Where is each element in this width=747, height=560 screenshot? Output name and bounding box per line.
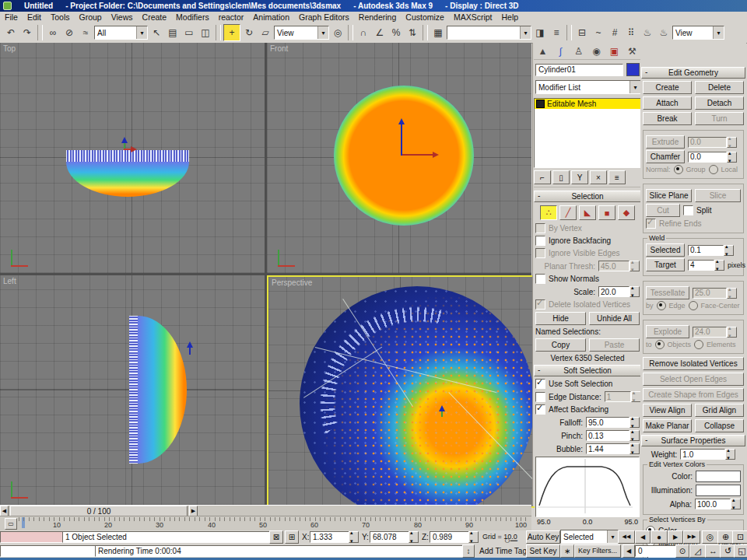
tessellate-button[interactable]: Tessellate <box>646 286 689 299</box>
y-coordinate-field[interactable]: 68.078 <box>370 531 412 543</box>
tab-modify-icon[interactable]: ∫ <box>553 44 568 58</box>
set-key-paw-icon[interactable]: ∗ <box>560 544 574 558</box>
next-frame-button[interactable]: ▶ <box>668 530 683 544</box>
planar-thresh-value[interactable]: 45.0 <box>598 261 630 271</box>
menu-item[interactable]: Animation <box>248 12 294 22</box>
object-color-swatch[interactable] <box>626 63 640 76</box>
pinch-spinner[interactable]: 0.13 <box>586 430 640 441</box>
edge-subobject-button[interactable]: ╱ <box>559 205 577 220</box>
slice-button[interactable]: Slice <box>695 189 741 202</box>
pin-stack-icon[interactable]: ⌐ <box>534 170 551 184</box>
delete-button[interactable]: Delete <box>695 81 744 94</box>
falloff-spinner[interactable]: 95.0 <box>586 417 640 428</box>
select-by-name-icon[interactable]: ▤ <box>165 25 181 40</box>
viewport-perspective-label[interactable]: Perspective <box>272 278 312 287</box>
alpha-value[interactable]: 100.0 <box>695 499 731 509</box>
weld-target-value[interactable]: 4 <box>688 260 714 271</box>
viewport-front-label[interactable]: Front <box>270 44 288 53</box>
spin-buttons[interactable] <box>724 245 734 256</box>
menu-item[interactable]: Help <box>497 12 524 22</box>
normal-local-radio[interactable] <box>709 165 718 174</box>
mesh-object-top-view[interactable] <box>66 150 189 197</box>
break-button[interactable]: Break <box>643 112 692 125</box>
auto-key-button[interactable]: Auto Key <box>526 530 560 544</box>
edit-named-selections-icon[interactable]: ▦ <box>430 25 446 40</box>
spin-buttons[interactable] <box>630 417 640 428</box>
play-button[interactable]: ● <box>651 530 668 544</box>
tab-hierarchy-icon[interactable]: ♙ <box>571 44 586 58</box>
bubble-spinner[interactable]: 1.44 <box>586 443 640 454</box>
viewport-left[interactable]: Left <box>0 275 265 505</box>
maximize-viewport-toggle-icon[interactable]: ◱ <box>734 544 747 558</box>
menu-item[interactable]: Modifiers <box>171 12 214 22</box>
weld-target-spinner[interactable]: 4 <box>688 260 724 271</box>
spin-buttons[interactable] <box>630 443 640 454</box>
detach-button[interactable]: Detach <box>695 96 744 110</box>
vertex-color-swatch[interactable] <box>696 471 741 482</box>
modifier-list-dropdown[interactable]: Modifier List <box>535 80 641 94</box>
add-time-tag-label[interactable]: Add Time Tag <box>479 547 527 555</box>
vertex-illumination-swatch[interactable] <box>696 485 741 496</box>
tab-display-icon[interactable]: ▣ <box>607 44 622 58</box>
modifier-stack[interactable]: Editable Mesh <box>534 98 641 168</box>
menu-item[interactable]: MAXScript <box>449 12 497 22</box>
absolute-offset-toggle-icon[interactable]: ⊞ <box>285 530 299 544</box>
open-mini-curve-editor-icon[interactable]: ▭ <box>5 518 17 530</box>
slice-plane-button[interactable]: Slice Plane <box>646 189 692 202</box>
weld-selected-button[interactable]: Selected <box>646 243 685 257</box>
affect-backfacing-checkbox[interactable] <box>535 404 545 415</box>
spin-buttons[interactable] <box>630 430 640 441</box>
select-and-scale-icon[interactable]: ▱ <box>258 25 273 40</box>
weld-target-button[interactable]: Target <box>646 258 685 271</box>
material-editor-icon[interactable]: ⠿ <box>623 25 639 40</box>
spinner-snap-icon[interactable]: ⇅ <box>405 25 420 40</box>
zoom-icon[interactable]: ◎ <box>702 530 718 544</box>
viewport-top[interactable]: Top <box>0 43 265 273</box>
redo-icon[interactable]: ↷ <box>19 25 35 40</box>
x-spin-buttons[interactable] <box>349 531 359 543</box>
extrude-spinner[interactable]: 0.0 <box>688 137 737 148</box>
alpha-spinner[interactable]: 100.0 <box>695 499 741 509</box>
face-subobject-button[interactable]: ◣ <box>579 205 596 220</box>
viewport-top-label[interactable]: Top <box>3 44 16 53</box>
by-vertex-checkbox[interactable] <box>535 223 545 233</box>
pan-icon[interactable]: ↔ <box>705 544 721 558</box>
explode-value[interactable]: 24.0 <box>693 327 727 338</box>
field-of-view-icon[interactable]: ◿ <box>689 544 706 558</box>
select-and-link-icon[interactable]: ∞ <box>45 25 61 40</box>
remove-modifier-icon[interactable]: × <box>590 170 607 184</box>
scale-spinner[interactable]: 20.0 <box>598 286 640 297</box>
rollout-selection-header[interactable]: - Selection <box>534 191 641 202</box>
hide-button[interactable]: Hide <box>535 312 586 325</box>
make-planar-button[interactable]: Make Planar <box>643 419 692 432</box>
weld-selected-value[interactable]: 0.1 <box>688 245 724 256</box>
copy-named-selection-button[interactable]: Copy <box>535 338 586 352</box>
menu-item[interactable]: Graph Editors <box>294 12 354 22</box>
menu-item[interactable]: Customize <box>401 12 449 22</box>
unhide-all-button[interactable]: Unhide All <box>589 312 640 325</box>
menu-item[interactable]: Create <box>138 12 172 22</box>
grid-align-button[interactable]: Grid Align <box>695 404 744 417</box>
tessellate-spinner[interactable]: 25.0 <box>693 288 737 299</box>
explode-spinner[interactable]: 24.0 <box>693 327 737 338</box>
spin-buttons[interactable] <box>630 286 640 297</box>
undo-icon[interactable]: ↶ <box>3 25 19 40</box>
falloff-value[interactable]: 95.0 <box>586 417 630 428</box>
spin-buttons[interactable] <box>727 152 737 163</box>
tessellate-face-center-radio[interactable] <box>689 301 698 310</box>
title-bar[interactable]: Untitled - Project Folder: C:\Documents … <box>0 0 747 12</box>
selection-set-dropdown[interactable]: Selected <box>560 530 619 544</box>
edge-distance-checkbox[interactable] <box>535 392 545 402</box>
spin-buttons[interactable] <box>727 288 737 299</box>
vertex-subobject-button[interactable]: ∴ <box>540 205 557 220</box>
menu-item[interactable]: Views <box>107 12 138 22</box>
selection-lock-icon[interactable]: ⊠ <box>269 530 283 544</box>
tab-create-icon[interactable]: ▲ <box>535 44 550 58</box>
named-selection-dropdown[interactable] <box>447 26 531 40</box>
tessellate-edge-radio[interactable] <box>657 301 666 310</box>
set-key-button[interactable]: Set Key <box>526 544 560 558</box>
make-unique-icon[interactable]: Y <box>571 170 588 184</box>
spin-buttons[interactable] <box>714 260 724 271</box>
planar-thresh-spinner[interactable]: 45.0 <box>598 261 640 271</box>
show-end-result-icon[interactable]: ▯ <box>552 170 570 184</box>
